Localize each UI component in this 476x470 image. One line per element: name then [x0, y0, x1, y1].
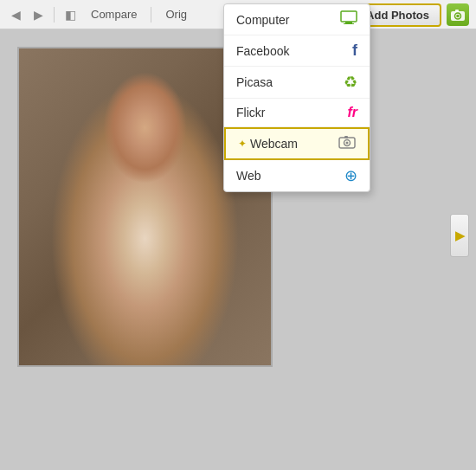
orig-button[interactable]: Orig	[158, 5, 194, 23]
add-photos-label: Add Photos	[366, 9, 429, 22]
flickr-icon: fr	[347, 105, 357, 120]
computer-icon	[340, 10, 357, 29]
item-left-facebook: Facebook	[236, 44, 289, 58]
separator-2	[151, 7, 151, 23]
back-icon[interactable]: ◀	[7, 6, 24, 23]
item-left-flickr: Flickr	[236, 106, 265, 119]
picasa-icon: ♻	[344, 73, 357, 92]
web-icon: ⊕	[344, 166, 357, 185]
camera-icon-button[interactable]	[447, 3, 469, 26]
dropdown-item-web[interactable]: Web ⊕	[224, 160, 370, 191]
picasa-label: Picasa	[236, 75, 273, 89]
dropdown-item-facebook[interactable]: Facebook f	[224, 35, 370, 67]
dropdown-item-picasa[interactable]: Picasa ♻	[224, 67, 370, 99]
computer-label: Computer	[236, 13, 289, 27]
svg-rect-10	[344, 136, 348, 138]
item-left-picasa: Picasa	[236, 75, 273, 89]
camera-svg	[451, 9, 465, 21]
flickr-label: Flickr	[236, 106, 265, 119]
svg-point-2	[456, 15, 460, 18]
svg-rect-3	[455, 10, 459, 12]
compare-icon: ◧	[61, 6, 79, 23]
compare-button[interactable]: Compare	[84, 5, 144, 23]
dropdown-item-computer[interactable]: Computer	[224, 4, 370, 35]
webcam-label: Webcam	[250, 137, 298, 151]
item-left-computer: Computer	[236, 13, 289, 27]
svg-point-9	[346, 142, 349, 145]
orig-label: Orig	[165, 8, 187, 21]
webcam-icon	[338, 135, 356, 152]
facebook-icon: f	[352, 42, 357, 60]
dropdown-item-webcam[interactable]: ✦ Webcam	[224, 127, 370, 160]
separator-1	[54, 7, 55, 23]
item-left-webcam: ✦ Webcam	[238, 137, 298, 151]
svg-rect-6	[344, 23, 354, 24]
item-left-web: Web	[236, 169, 261, 183]
source-dropdown: Computer Facebook f Picasa ♻ Flickr fr	[223, 3, 370, 192]
forward-icon[interactable]: ▶	[29, 6, 47, 23]
compare-label: Compare	[91, 8, 137, 21]
web-label: Web	[236, 169, 261, 183]
star-icon: ✦	[238, 138, 247, 150]
svg-rect-5	[345, 22, 352, 23]
next-photo-button[interactable]: ▶	[450, 214, 469, 257]
dropdown-item-flickr[interactable]: Flickr fr	[224, 99, 370, 127]
facebook-label: Facebook	[236, 44, 289, 58]
right-arrow-icon: ▶	[455, 229, 465, 242]
svg-rect-4	[341, 11, 357, 22]
